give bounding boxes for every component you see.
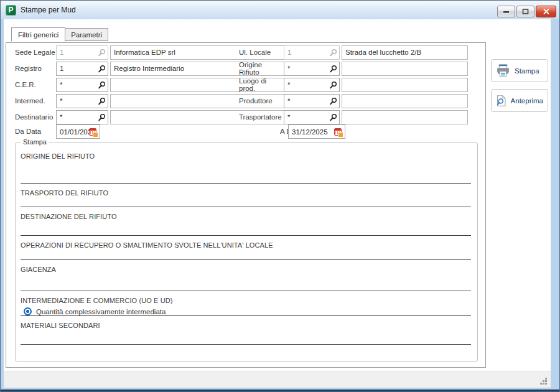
section-title: INTERMEDIAZIONE E COMMERCIO (UO E UD) (21, 297, 471, 304)
produttore-code-input[interactable] (287, 97, 329, 105)
filter-row-origine-rifiuto: Origine Rifiuto (239, 60, 468, 77)
window-controls (497, 6, 556, 17)
section-title: OPERAZIONI DI RECUPERO O SMALTIMENTO SVO… (21, 241, 471, 249)
search-icon[interactable] (329, 113, 337, 121)
preview-icon (496, 94, 506, 108)
app-logo-icon: P (6, 5, 16, 16)
minimize-icon (503, 9, 510, 14)
search-icon[interactable] (329, 81, 337, 89)
origine-rifiuto-code-input[interactable] (287, 65, 329, 72)
filter-column-right: Ul. Locale Origine Rifiuto (239, 44, 468, 125)
cer-code-field[interactable] (56, 78, 108, 92)
filter-row-ul-locale: Ul. Locale (239, 44, 468, 60)
origine-rifiuto-code-field[interactable] (284, 62, 340, 76)
cer-code-input[interactable] (60, 81, 98, 88)
titlebar[interactable]: P Stampe per Mud (1, 1, 559, 19)
close-icon (543, 9, 549, 14)
registro-code-field[interactable] (56, 62, 108, 76)
destinatario-label: Destinatario (15, 113, 56, 121)
anteprima-button[interactable]: Anteprima (491, 89, 548, 112)
minimize-button[interactable] (497, 6, 515, 17)
section-title: DESTINAZIONE DEL RIFIUTO (21, 213, 471, 220)
anteprima-button-label: Anteprima (511, 97, 543, 105)
destinatario-code-field[interactable] (56, 110, 108, 124)
tab-parametri[interactable]: Parametri (65, 28, 108, 41)
search-icon[interactable] (329, 49, 337, 57)
quantita-intermediata-option[interactable]: Quantità complessivamente intermediata (21, 307, 471, 315)
resize-grip[interactable] (540, 378, 542, 380)
registro-code-input[interactable] (60, 65, 98, 72)
search-icon[interactable] (98, 81, 106, 89)
maximize-button[interactable] (516, 6, 534, 17)
intermed-label: Intermed. (15, 97, 56, 105)
ul-locale-code-input[interactable] (287, 49, 329, 56)
luogo-prod-code-input[interactable] (287, 81, 329, 88)
search-icon[interactable] (329, 97, 337, 105)
cer-label: C.E.R. (15, 81, 56, 88)
section-destinazione-del-rifiuto: DESTINAZIONE DEL RIFIUTO (21, 207, 471, 236)
section-materiali-secondari: MATERIALI SECONDARI (21, 316, 471, 345)
search-icon[interactable] (98, 97, 106, 105)
trasportatore-label: Trasportatore (239, 113, 284, 121)
section-trasporto-del-rifiuto: TRASPORTO DEL RIFIUTO (21, 184, 471, 207)
section-title: MATERIALI SECONDARI (21, 322, 471, 329)
section-intermediazione-commercio: INTERMEDIAZIONE E COMMERCIO (UO E UD) Qu… (21, 291, 471, 316)
search-icon[interactable] (329, 65, 337, 73)
radio-label: Quantità complessivamente intermediata (36, 308, 166, 315)
close-button[interactable] (536, 6, 556, 17)
maximize-icon (522, 9, 529, 14)
produttore-code-field[interactable] (284, 94, 340, 108)
stampa-button-label: Stampa (515, 67, 539, 75)
destinatario-code-input[interactable] (60, 113, 98, 121)
tab-strip: Filtri generici Parametri (11, 27, 108, 41)
produttore-label: Produttore (239, 97, 284, 105)
calendar-icon[interactable] (89, 128, 96, 136)
intermed-code-input[interactable] (60, 97, 98, 105)
search-icon[interactable] (98, 49, 106, 57)
stampa-button[interactable]: Stampa (491, 59, 548, 82)
tab-filtri-generici[interactable]: Filtri generici (11, 27, 65, 42)
section-title: TRASPORTO DEL RIFIUTO (21, 189, 471, 197)
produttore-desc-input[interactable] (342, 94, 468, 108)
sede-legale-code-field[interactable] (56, 45, 108, 60)
sede-legale-label: Sede Legale (15, 49, 56, 56)
filter-row-luogo-prod: Luogo di prod. (239, 77, 468, 93)
app-window: P Stampe per Mud (0, 0, 560, 392)
ul-locale-desc-input[interactable] (342, 45, 468, 60)
luogo-prod-desc-input[interactable] (342, 78, 468, 92)
section-title: ORIGINE DEL RIFIUTO (21, 152, 471, 160)
da-data-input[interactable] (60, 128, 89, 136)
trasportatore-desc-input[interactable] (342, 110, 468, 124)
window-title: Stampe per Mud (21, 6, 76, 14)
da-data-field[interactable] (56, 124, 100, 139)
ul-locale-code-field[interactable] (284, 45, 340, 60)
a-data-input[interactable] (292, 128, 334, 136)
registro-label: Registro (15, 65, 56, 72)
luogo-prod-code-field[interactable] (284, 78, 340, 92)
calendar-icon[interactable] (334, 128, 342, 136)
intermed-code-field[interactable] (56, 94, 108, 108)
stampa-sections: ORIGINE DEL RIFIUTO TRASPORTO DEL RIFIUT… (21, 147, 471, 345)
section-giacenza: GIACENZA (21, 260, 471, 291)
search-icon[interactable] (98, 65, 106, 73)
trasportatore-code-input[interactable] (287, 113, 329, 121)
search-icon[interactable] (98, 113, 106, 121)
section-origine-del-rifiuto: ORIGINE DEL RIFIUTO (21, 147, 471, 184)
origine-rifiuto-desc-input[interactable] (342, 62, 468, 76)
client-area: Filtri generici Parametri Sede Legale Re… (4, 19, 551, 388)
radio-selected-icon[interactable] (24, 307, 32, 315)
luogo-prod-label: Luogo di prod. (239, 77, 284, 92)
ul-locale-label: Ul. Locale (239, 49, 284, 56)
stampa-groupbox-label: Stampa (21, 138, 49, 146)
status-bar (4, 371, 551, 388)
filter-row-produttore: Produttore (239, 93, 468, 109)
printer-icon (496, 64, 510, 77)
a-data-field[interactable] (288, 124, 345, 139)
section-title: GIACENZA (21, 266, 471, 273)
filter-row-trasportatore: Trasportatore (239, 109, 468, 125)
trasportatore-code-field[interactable] (284, 110, 340, 124)
sede-legale-code-input[interactable] (60, 49, 98, 56)
tabpage-filtri-generici: Sede Legale Registro C.E.R (6, 42, 486, 368)
date-filter-row: Da Data A Data (15, 124, 475, 139)
origine-rifiuto-label: Origine Rifiuto (239, 61, 284, 76)
